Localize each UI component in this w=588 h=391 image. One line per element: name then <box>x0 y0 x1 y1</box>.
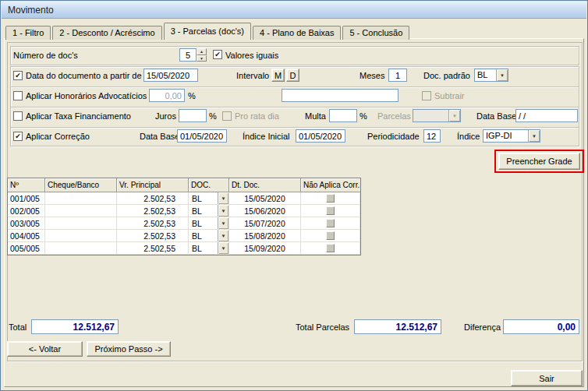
dropdown-arrow-icon[interactable]: ▼ <box>218 217 228 229</box>
cell-numero: 001/005 <box>8 192 45 205</box>
nao-aplica-corr-button[interactable] <box>326 206 335 215</box>
cell-doc-combo[interactable]: BL▼ <box>189 230 229 242</box>
correcao-data-base-label: Data Base <box>140 132 179 141</box>
cell-vr-principal[interactable]: 2.502,53 <box>117 192 189 205</box>
indice-value: IGP-DI <box>484 130 528 142</box>
dropdown-arrow-icon[interactable]: ▼ <box>218 205 228 217</box>
table-row: 002/0052.502,53BL▼15/06/2020 <box>8 205 360 217</box>
subtrair-checkbox[interactable] <box>422 91 431 100</box>
cell-vr-principal[interactable]: 2.502,53 <box>117 230 189 242</box>
nao-aplica-corr-button[interactable] <box>326 231 335 240</box>
table-row: 001/0052.502,53BL▼15/05/2020 <box>8 192 360 205</box>
nao-aplica-corr-button[interactable] <box>326 194 335 203</box>
correcao-label: Aplicar Correção <box>26 132 90 141</box>
dropdown-arrow-icon[interactable]: ▼ <box>496 69 508 81</box>
tab-conclusao[interactable]: 5 - Conclusão <box>342 26 409 40</box>
honorarios-percent-label: % <box>188 91 196 100</box>
spin-up-icon[interactable]: ▲ <box>197 48 207 55</box>
multa-label: Multa <box>305 111 326 121</box>
col-header-nao-aplica-corr[interactable]: Não Aplica Corr. <box>301 178 360 192</box>
honorarios-label: Aplicar Honorários Advocatícios <box>26 91 147 100</box>
intervalo-d-button[interactable]: D <box>286 69 299 82</box>
doc-value: BL <box>189 231 202 241</box>
table-row: 003/0052.502,53BL▼15/07/2020 <box>8 217 360 230</box>
indice-combo[interactable]: IGP-DI ▼ <box>483 129 540 143</box>
col-header-dt-doc[interactable]: Dt. Doc. <box>229 178 301 192</box>
cell-cheque-banco[interactable] <box>45 192 117 205</box>
col-header-doc[interactable]: DOC. <box>189 178 229 192</box>
tab-desconto-acrescimo[interactable]: 2 - Desconto / Acréscimo <box>52 26 161 40</box>
nao-aplica-corr-button[interactable] <box>326 244 335 252</box>
tab-plano-de-baixas[interactable]: 4 - Plano de Baixas <box>253 26 341 40</box>
spin-down-icon[interactable]: ▼ <box>197 55 207 62</box>
cell-dt-doc[interactable]: 15/09/2020 <box>229 242 301 255</box>
parcelas-combo[interactable]: ▼ <box>413 109 461 122</box>
cell-doc-combo[interactable]: BL▼ <box>189 205 229 217</box>
intervalo-m-button[interactable]: M <box>271 69 285 82</box>
sair-button[interactable]: Sair <box>511 370 583 386</box>
cell-dt-doc[interactable]: 15/08/2020 <box>229 230 301 242</box>
honorarios-valor-input[interactable]: 0,00 <box>149 89 185 102</box>
juros-input[interactable] <box>179 109 207 122</box>
cell-nao-aplica-corr <box>301 230 360 242</box>
window-title: Movimento <box>2 5 54 16</box>
doc-padrao-label: Doc. padrão <box>423 71 470 80</box>
valores-iguais-checkbox[interactable]: ✔ <box>213 50 222 59</box>
dropdown-arrow-icon[interactable]: ▼ <box>218 230 228 241</box>
honorarios-extra-input[interactable] <box>282 89 398 102</box>
pro-rata-checkbox[interactable] <box>222 111 232 121</box>
row-separator <box>11 86 579 88</box>
voltar-button[interactable]: <- Voltar <box>7 341 83 357</box>
taxa-data-base-label: Data Base <box>476 111 516 121</box>
num-docs-spinner: ▲ ▼ <box>197 48 207 62</box>
doc-value: BL <box>189 206 202 216</box>
data-documento-checkbox[interactable]: ✔ <box>13 71 23 80</box>
cell-cheque-banco[interactable] <box>45 230 117 242</box>
cell-vr-principal[interactable]: 2.502,55 <box>117 242 189 255</box>
cell-cheque-banco[interactable] <box>45 242 117 255</box>
total-value: 12.512,67 <box>31 319 119 334</box>
taxa-data-base-input[interactable]: / / <box>515 109 578 122</box>
col-header-vr-principal[interactable]: Vr. Principal <box>117 178 189 192</box>
nao-aplica-corr-button[interactable] <box>326 219 335 227</box>
titlebar[interactable]: Movimento <box>2 2 586 19</box>
dropdown-arrow-icon[interactable]: ▼ <box>218 192 228 204</box>
juros-percent-label: % <box>209 111 217 121</box>
data-documento-input[interactable]: 15/05/2020 <box>143 69 198 82</box>
cell-vr-principal[interactable]: 2.502,53 <box>117 217 189 230</box>
tab-filtro[interactable]: 1 - Filtro <box>5 26 51 40</box>
tab-parcelas-docs[interactable]: 3 - Parcelas (doc's) <box>164 23 251 40</box>
proximo-passo-button[interactable]: Próximo Passo -> <box>87 341 171 357</box>
taxa-financiamento-checkbox[interactable] <box>13 111 23 121</box>
doc-value: BL <box>189 219 202 228</box>
num-docs-input[interactable]: 5 <box>179 48 197 62</box>
periodicidade-input[interactable]: 12 <box>423 129 441 143</box>
col-header-numero[interactable]: Nº <box>8 178 45 192</box>
doc-padrao-combo[interactable]: BL ▼ <box>474 69 508 82</box>
cell-cheque-banco[interactable] <box>45 217 117 230</box>
correcao-data-base-input[interactable]: 01/05/2020 <box>177 129 227 143</box>
col-header-cheque-banco[interactable]: Cheque/Banco <box>45 178 117 192</box>
dropdown-arrow-icon[interactable]: ▼ <box>218 242 228 254</box>
cell-doc-combo[interactable]: BL▼ <box>189 242 229 255</box>
cell-doc-combo[interactable]: BL▼ <box>189 217 229 230</box>
cell-cheque-banco[interactable] <box>45 205 117 217</box>
cell-dt-doc[interactable]: 15/06/2020 <box>229 205 301 217</box>
honorarios-checkbox[interactable] <box>13 91 23 100</box>
meses-input[interactable]: 1 <box>388 69 407 82</box>
cell-dt-doc[interactable]: 15/05/2020 <box>229 192 301 205</box>
multa-input[interactable] <box>329 109 357 122</box>
total-parcelas-value: 12.512,67 <box>354 319 441 334</box>
cell-vr-principal[interactable]: 2.502,53 <box>117 205 189 217</box>
cell-doc-combo[interactable]: BL▼ <box>189 192 229 205</box>
dropdown-arrow-icon[interactable]: ▼ <box>528 130 540 142</box>
juros-label: Juros <box>155 111 176 121</box>
cell-dt-doc[interactable]: 15/07/2020 <box>229 217 301 230</box>
correcao-checkbox[interactable]: ✔ <box>13 132 23 141</box>
data-documento-label: Data do documento a partir de <box>26 71 142 80</box>
dropdown-arrow-icon[interactable]: ▼ <box>448 110 460 122</box>
diferenca-value: 0,00 <box>503 319 579 334</box>
doc-padrao-value: BL <box>475 69 496 81</box>
indice-inicial-input[interactable]: 01/05/2020 <box>296 129 345 143</box>
cell-numero: 002/005 <box>8 205 45 217</box>
